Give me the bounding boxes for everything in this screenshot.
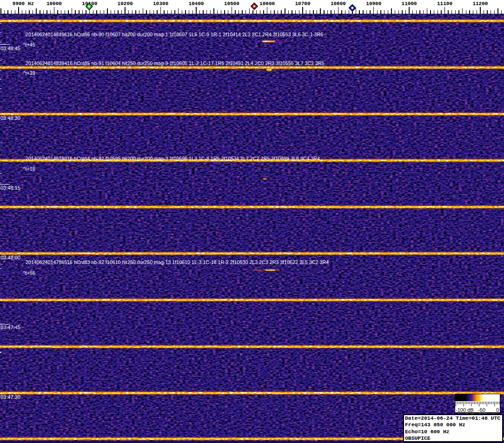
svg-text:11200: 11200	[472, 1, 488, 7]
svg-text:10200: 10200	[118, 1, 133, 7]
svg-text:10000: 10000	[46, 1, 62, 7]
svg-text:10900: 10900	[366, 1, 381, 7]
svg-text:10700: 10700	[295, 1, 310, 7]
svg-text:10500: 10500	[224, 1, 239, 7]
svg-text:11100: 11100	[437, 1, 452, 7]
svg-text:10300: 10300	[153, 1, 168, 7]
svg-text:11000: 11000	[402, 1, 417, 7]
svg-text:10800: 10800	[331, 1, 346, 7]
svg-text:10600: 10600	[259, 1, 275, 7]
svg-text:10400: 10400	[188, 1, 204, 7]
svg-text:9900 Hz: 9900 Hz	[13, 1, 34, 7]
